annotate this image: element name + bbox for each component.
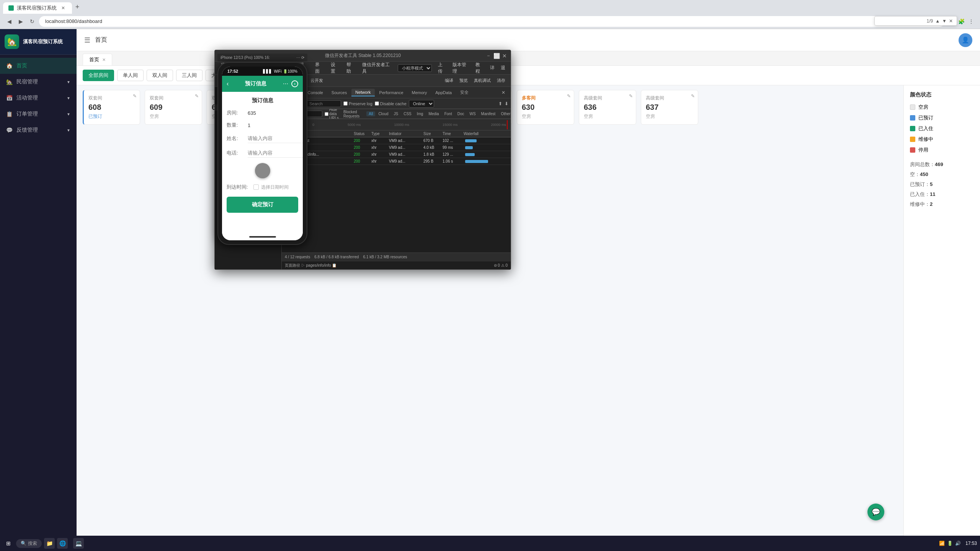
taskbar-icon-1[interactable]: 💻: [73, 538, 84, 549]
disable-cache-checkbox[interactable]: Disable cache: [375, 101, 407, 106]
cloud-tab[interactable]: 云开发: [307, 77, 326, 85]
filter-ws[interactable]: WS: [467, 111, 478, 116]
tab-close-icon[interactable]: ✕: [61, 5, 65, 11]
reload-btn[interactable]: ↻: [28, 17, 37, 26]
net-row-3[interactable]: getInfoByIdInfo... 200 xhr VM9 ad... 1.8…: [282, 151, 511, 158]
page-tab-home[interactable]: 首页 ✕: [83, 54, 112, 65]
hide-data-urls-check[interactable]: Hide data URLs: [325, 109, 339, 119]
sidebar-item-activity[interactable]: 📅 活动管理 ▼: [0, 90, 77, 106]
room-edit-icon[interactable]: ✎: [629, 93, 633, 99]
filter-font[interactable]: Font: [442, 111, 454, 116]
address-bar[interactable]: localhost:8080/dashboard: [39, 16, 945, 27]
room-card-608[interactable]: 双套间 609 空房 ✎: [145, 90, 202, 125]
filter-single-btn[interactable]: 单人间: [117, 70, 144, 81]
room-edit-icon[interactable]: ✎: [133, 93, 137, 99]
start-btn[interactable]: ⊞: [3, 539, 14, 548]
devtools-settings-btn[interactable]: 设置: [328, 62, 343, 75]
page-tab-close-icon[interactable]: ✕: [102, 57, 106, 62]
sidebar-item-feedback[interactable]: 💬 反馈管理 ▼: [0, 122, 77, 138]
taskbar-battery-icon[interactable]: 🔋: [947, 541, 953, 546]
filter-all-btn[interactable]: 全部房间: [83, 70, 114, 81]
sim-icon-2[interactable]: 预览: [457, 77, 470, 84]
back-btn[interactable]: ◀: [5, 17, 14, 26]
menu-icon[interactable]: ⋮: [967, 17, 975, 26]
new-tab-btn[interactable]: +: [72, 2, 83, 12]
devtools-right-btn-3[interactable]: 教程: [473, 62, 486, 75]
devtools-minimize-icon[interactable]: －: [486, 52, 491, 59]
slider-indicator[interactable]: [255, 163, 270, 178]
net-row-4[interactable]: wxLogin 200 xhr VM9 ad... 295 B 1.06 s: [282, 158, 511, 165]
room-card-630[interactable]: 多客间 630 空房 ✎: [517, 90, 574, 125]
user-avatar-header[interactable]: 👤: [959, 33, 972, 47]
preserve-log-checkbox[interactable]: Preserve log: [343, 101, 372, 106]
devtools-device-select[interactable]: 小程序模式: [398, 64, 432, 72]
net-row-1[interactable]: swipperList 200 xhr VM9 ad... 670 B 102 …: [282, 137, 511, 144]
room-edit-icon[interactable]: ✎: [195, 93, 199, 99]
sim-icon-3[interactable]: 真机调试: [472, 77, 493, 84]
devtools-right-btn-5[interactable]: 退: [498, 64, 508, 72]
tab-sources[interactable]: Sources: [328, 89, 351, 96]
room-card-608-reserved[interactable]: 双套间 608 已预订 ✎: [83, 90, 140, 125]
filter-all[interactable]: All: [366, 111, 375, 116]
filter-cloud[interactable]: Cloud: [376, 111, 390, 116]
network-search-input[interactable]: [307, 100, 341, 107]
room-edit-icon[interactable]: ✎: [691, 93, 695, 99]
import-icon[interactable]: ⬆: [498, 101, 502, 106]
filter-media[interactable]: Media: [426, 111, 441, 116]
tab-appdata[interactable]: AppData: [431, 89, 456, 96]
devtools-right-btn-4[interactable]: 详: [488, 64, 497, 72]
devtools-right-btn-2[interactable]: 版本管理: [450, 62, 472, 75]
find-close-btn[interactable]: ✕: [949, 18, 953, 24]
net-row-2[interactable]: getHotList 200 xhr VM9 ad... 4.0 kB 99 m…: [282, 144, 511, 151]
taskbar-browser-icon[interactable]: 🌐: [57, 538, 68, 549]
sidebar-item-minsu[interactable]: 🏡 民宿管理 ▼: [0, 74, 77, 90]
filter-doc[interactable]: Doc: [455, 111, 467, 116]
room-card-636[interactable]: 高级套间 636 空房 ✎: [579, 90, 636, 125]
booking-datetime-input[interactable]: 选择日期时间: [253, 184, 289, 191]
tab-close-panel[interactable]: ✕: [499, 89, 508, 96]
room-card-637[interactable]: 高级套间 637 空房 ✎: [641, 90, 698, 125]
tab-memory[interactable]: Memory: [408, 89, 431, 96]
datetime-checkbox[interactable]: [253, 184, 259, 190]
browser-tab-active[interactable]: 溪客民宿预订系统 ✕: [3, 2, 72, 14]
export-icon[interactable]: ⬇: [505, 101, 508, 106]
booking-name-input[interactable]: [248, 134, 303, 143]
taskbar-search-area[interactable]: 🔍 搜索: [16, 539, 42, 548]
filter-manifest[interactable]: Manifest: [479, 111, 498, 116]
find-input[interactable]: [879, 18, 924, 24]
room-edit-icon[interactable]: ✎: [567, 93, 571, 99]
taskbar-wifi-icon[interactable]: 📶: [939, 541, 945, 546]
sim-icon-4[interactable]: 清存: [495, 77, 508, 84]
menu-toggle-btn[interactable]: ☰: [84, 36, 90, 44]
filter-triple-btn[interactable]: 三人间: [176, 70, 203, 81]
devtools-close-icon[interactable]: ✕: [502, 53, 507, 59]
devtools-right-btn-1[interactable]: 上传: [436, 62, 449, 75]
filter-double-btn[interactable]: 双人间: [147, 70, 173, 81]
sim-icon-1[interactable]: 编译: [443, 77, 456, 84]
sidebar-item-order[interactable]: 📋 订单管理 ▼: [0, 106, 77, 122]
phone-header-more-icon[interactable]: ⋯: [283, 81, 288, 87]
taskbar-file-icon[interactable]: 📁: [44, 538, 55, 549]
float-action-btn[interactable]: 💬: [867, 504, 884, 520]
tab-network[interactable]: Network: [351, 89, 374, 96]
throttle-select[interactable]: Online: [409, 100, 434, 108]
tab-performance[interactable]: Performance: [376, 89, 407, 96]
devtools-wxdev-btn[interactable]: 微信开发者工具: [359, 62, 396, 75]
forward-btn[interactable]: ▶: [16, 17, 25, 26]
filter-js[interactable]: JS: [392, 111, 401, 116]
filter-img[interactable]: Img: [415, 111, 426, 116]
devtools-interface-btn[interactable]: 界面: [312, 62, 327, 75]
booking-phone-input[interactable]: [248, 148, 303, 158]
blocked-requests-label[interactable]: Blocked Requests: [341, 109, 362, 119]
find-prev-btn[interactable]: ▲: [935, 18, 940, 24]
find-next-btn[interactable]: ▼: [942, 18, 947, 24]
devtools-help-btn[interactable]: 帮助: [343, 62, 358, 75]
devtools-restore-icon[interactable]: ⬜: [493, 53, 500, 59]
sidebar-item-home[interactable]: 🏠 首页: [0, 58, 77, 74]
extensions-icon[interactable]: 🧩: [957, 17, 965, 26]
phone-back-btn[interactable]: ‹: [227, 80, 229, 87]
filter-other[interactable]: Other: [498, 111, 511, 116]
phone-header-extra-icon[interactable]: +: [291, 80, 298, 87]
confirm-booking-btn[interactable]: 确定预订: [227, 197, 298, 213]
taskbar-volume-icon[interactable]: 🔊: [955, 541, 961, 546]
